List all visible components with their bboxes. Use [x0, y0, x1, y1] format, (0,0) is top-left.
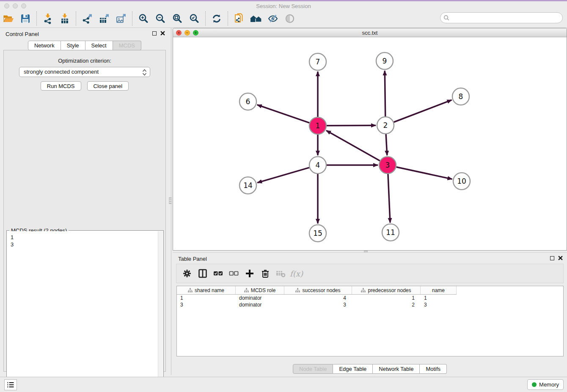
column-header-successor-nodes[interactable]: successor nodes	[284, 286, 352, 294]
document-network-icon	[234, 13, 245, 24]
tab-network-table[interactable]: Network Table	[373, 364, 420, 374]
graph-edge-2-9[interactable]	[385, 71, 385, 116]
columns-icon	[198, 268, 208, 279]
tab-mcds[interactable]: MCDS	[113, 41, 141, 50]
toolbar-separator	[228, 11, 228, 26]
table-cell[interactable]: 3	[284, 301, 352, 308]
graph-node-label-8: 8	[459, 92, 463, 101]
table-cell[interactable]: 4	[284, 295, 352, 301]
graph-edge-3-1[interactable]	[326, 130, 380, 160]
table-cell[interactable]: dominator	[236, 295, 284, 301]
graph-edge-4-14[interactable]	[257, 168, 309, 183]
graph-edge-3-10[interactable]	[396, 167, 452, 179]
column-header-label: name	[432, 287, 445, 293]
reset-layout-button[interactable]	[248, 11, 264, 26]
delete-column-button[interactable]	[258, 266, 272, 281]
criterion-value: strongly connected component	[24, 69, 99, 75]
graph-edge-3-11[interactable]	[388, 174, 390, 223]
zoom-in-button[interactable]	[135, 11, 152, 26]
float-table-panel-icon[interactable]	[550, 256, 554, 260]
network-window-titlebar[interactable]: × − + scc.txt	[173, 28, 567, 37]
network-canvas[interactable]: 7968124314101511	[173, 37, 567, 250]
export-table-icon	[99, 13, 110, 24]
export-table-button[interactable]	[96, 11, 113, 26]
delete-table-button[interactable]	[274, 266, 288, 281]
graph-edge-1-6[interactable]	[257, 105, 309, 123]
panel-splitter-grip[interactable]	[169, 197, 172, 204]
graph-node-label-4: 4	[316, 161, 320, 169]
add-column-button[interactable]	[242, 266, 256, 281]
tab-select[interactable]: Select	[85, 41, 113, 50]
memory-button[interactable]: Memory	[527, 379, 564, 390]
memory-status-icon	[532, 382, 537, 387]
import-table-button[interactable]	[56, 11, 73, 26]
table-cell[interactable]: 1	[421, 295, 457, 301]
fx-icon: f(x)	[290, 269, 303, 278]
tab-motifs[interactable]: Motifs	[420, 364, 447, 374]
graph-edge-1-2[interactable]	[327, 125, 376, 126]
column-header-label: MCDS role	[251, 287, 276, 293]
table-row[interactable]: 1dominator411	[177, 295, 563, 301]
import-network-button[interactable]	[39, 11, 56, 26]
eye-slash-icon	[267, 13, 278, 24]
zoom-out-button[interactable]	[152, 11, 169, 26]
table-cell[interactable]: 1	[177, 295, 236, 301]
export-network-button[interactable]	[79, 11, 96, 26]
graph-edge-2-3[interactable]	[386, 134, 387, 155]
table-cell[interactable]: 3	[421, 301, 457, 308]
function-builder-button[interactable]: f(x)	[289, 266, 303, 281]
column-chooser-button[interactable]	[195, 266, 209, 281]
tab-network[interactable]: Network	[28, 41, 61, 50]
hide-graphics-details-button[interactable]	[264, 11, 281, 26]
column-header-name[interactable]: name	[421, 286, 457, 294]
close-panel-button[interactable]: Close panel	[87, 81, 129, 91]
node-table[interactable]: shared nameMCDS rolesuccessor nodesprede…	[176, 286, 564, 356]
run-mcds-button[interactable]: Run MCDS	[41, 81, 81, 91]
graph-node-label-7: 7	[316, 58, 320, 66]
trash-icon	[260, 268, 270, 279]
save-session-button[interactable]	[17, 11, 34, 26]
criterion-dropdown[interactable]: strongly connected component	[19, 67, 150, 77]
graph-node-label-11: 11	[386, 228, 395, 237]
network-window-title: scc.txt	[173, 30, 567, 36]
column-header-predecessor-nodes[interactable]: predecessor nodes	[352, 286, 421, 294]
select-all-columns-button[interactable]	[211, 266, 225, 281]
tab-node-table[interactable]: Node Table	[293, 364, 333, 374]
search-input[interactable]	[440, 12, 563, 23]
zoom-fit-button[interactable]	[169, 11, 186, 26]
network-graph[interactable]: 7968124314101511	[173, 37, 567, 250]
export-image-button[interactable]	[113, 11, 129, 26]
tab-edge-table[interactable]: Edge Table	[333, 364, 373, 374]
unselect-all-columns-button[interactable]	[227, 266, 241, 281]
table-cell[interactable]: 2	[352, 301, 421, 308]
zoom-selected-button[interactable]	[186, 11, 203, 26]
table-row[interactable]: 3dominator323	[177, 301, 563, 308]
table-panel-header: Table Panel	[173, 253, 567, 265]
column-header-shared-name[interactable]: shared name	[177, 286, 236, 294]
toolbar-separator	[205, 11, 206, 26]
import-network-icon	[42, 13, 53, 24]
table-cell[interactable]: dominator	[236, 301, 284, 308]
column-header-MCDS-role[interactable]: MCDS role	[236, 286, 284, 294]
network-from-selection-button[interactable]	[231, 11, 248, 26]
toolbar-separator	[36, 11, 37, 26]
eye-disabled-icon	[284, 13, 295, 24]
export-network-icon	[82, 13, 93, 24]
table-cell[interactable]: 1	[352, 295, 421, 301]
tab-style[interactable]: Style	[61, 41, 85, 50]
close-table-panel-icon[interactable]	[558, 256, 563, 260]
toolbar-separator	[76, 11, 76, 26]
table-settings-button[interactable]	[180, 266, 194, 281]
refresh-view-button[interactable]	[208, 11, 225, 26]
result-scrollbar[interactable]	[158, 231, 163, 391]
graph-node-label-2: 2	[383, 121, 388, 130]
open-session-button[interactable]	[0, 11, 17, 26]
float-panel-icon[interactable]	[152, 31, 157, 36]
graph-edge-2-8[interactable]	[394, 100, 452, 122]
show-graphics-details-button[interactable]	[281, 11, 298, 26]
task-history-button[interactable]	[4, 379, 17, 390]
close-panel-icon[interactable]	[160, 31, 165, 36]
table-cell[interactable]: 3	[177, 301, 236, 308]
import-table-icon	[59, 13, 70, 24]
zoom-selected-icon	[189, 13, 200, 24]
